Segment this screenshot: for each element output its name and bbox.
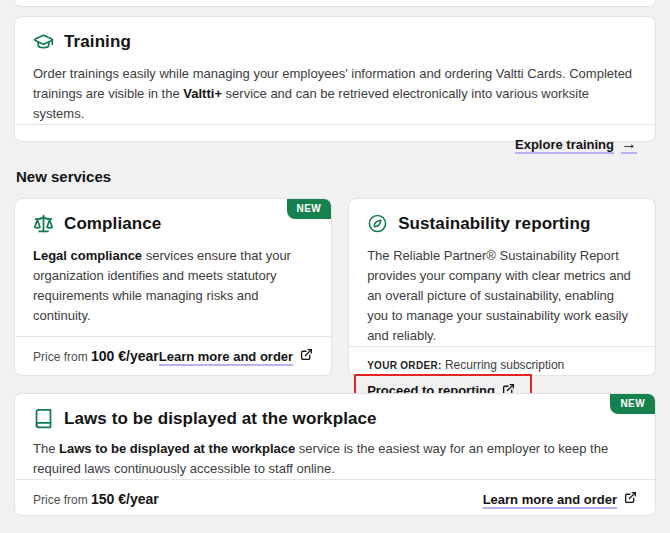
compliance-price: Price from 100 €/year xyxy=(33,348,159,364)
new-badge: NEW xyxy=(287,199,332,219)
sustainability-card-description: The Reliable Partner® Sustainability Rep… xyxy=(367,246,637,346)
scale-icon xyxy=(33,213,54,234)
sustainability-card-title: Sustainability reporting xyxy=(398,214,590,234)
external-link-icon xyxy=(300,348,313,364)
laws-learn-more-link[interactable]: Learn more and order xyxy=(483,491,637,507)
compliance-card-title: Compliance xyxy=(64,214,161,234)
compliance-card-description: Legal compliance services ensure that yo… xyxy=(33,246,313,326)
laws-price: Price from 150 €/year xyxy=(33,491,159,507)
laws-card: NEW Laws to be displayed at the workplac… xyxy=(14,393,656,516)
explore-training-link[interactable]: Explore training→ xyxy=(515,136,637,152)
compliance-learn-more-link[interactable]: Learn more and order xyxy=(159,348,313,364)
laws-card-title: Laws to be displayed at the workplace xyxy=(64,409,377,429)
your-order-status: YOUR ORDER: Recurring subscription xyxy=(367,358,564,372)
arrow-right-icon: → xyxy=(621,136,637,152)
training-card: Training Order trainings easily while ma… xyxy=(14,16,656,142)
compliance-card: NEW Compliance Legal compliance services… xyxy=(14,198,332,376)
laws-card-description: The Laws to be displayed at the workplac… xyxy=(33,439,637,479)
training-card-description: Order trainings easily while managing yo… xyxy=(33,64,637,124)
new-services-grid: NEW Compliance Legal compliance services… xyxy=(14,198,656,376)
book-icon xyxy=(33,408,54,429)
external-link-icon xyxy=(624,491,637,507)
leaf-circle-icon xyxy=(367,213,388,234)
new-services-heading: New services xyxy=(16,168,654,186)
graduation-cap-icon xyxy=(33,31,54,52)
training-card-title: Training xyxy=(64,32,131,52)
sustainability-card: Sustainability reporting The Reliable Pa… xyxy=(348,198,656,376)
previous-card-bottom-edge xyxy=(14,0,656,7)
new-badge: NEW xyxy=(610,394,655,414)
